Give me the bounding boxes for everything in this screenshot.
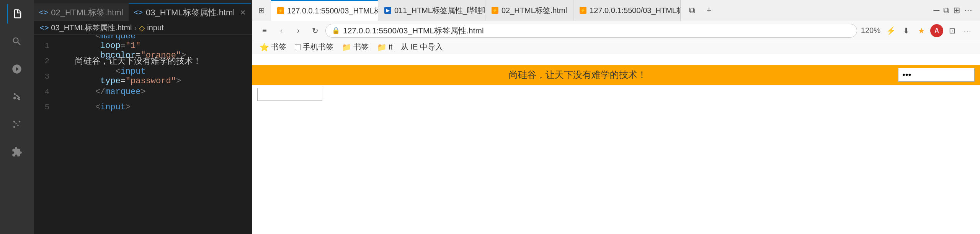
tab-03-html[interactable]: <> 03_HTML标签属性.html ✕: [129, 3, 252, 21]
source-control-icon[interactable]: [7, 87, 27, 107]
bookmark-mobile-label: 手机书签: [303, 42, 333, 52]
bookmark-folder-2-icon: 📁: [377, 43, 387, 52]
debug-icon[interactable]: [7, 59, 27, 79]
line-num-4: 4: [34, 87, 55, 96]
lightning-icon[interactable]: ⚡: [884, 24, 897, 37]
bookmark-import-ie[interactable]: 从 IE 中导入: [399, 41, 445, 53]
bookmark-star-icon: ⭐: [260, 43, 269, 52]
bookmark-ie-label: 从 IE 中导入: [401, 42, 443, 52]
nav-right-icons: ⚡ ⬇ ★ A ⊡ ⋯: [884, 24, 974, 37]
browser-sidebar-icon[interactable]: ⊞: [252, 0, 271, 21]
plain-input[interactable]: [257, 88, 322, 101]
browser-tab-3[interactable]: ⚡ 02_HTML标签.html: [485, 0, 573, 21]
tab-03-icon: <>: [134, 8, 143, 17]
bookmark-folder-2-label: it: [389, 43, 392, 51]
address-url: 127.0.0.1:5500/03_HTML标签属性.html: [343, 25, 484, 36]
browser-nav-bar: ≡ ‹ › ↻ 🔒 127.0.0.1:5500/03_HTML标签属性.htm…: [252, 21, 980, 40]
nav-download-icon[interactable]: ⬇: [900, 24, 913, 37]
line-num-3: 3: [34, 72, 55, 81]
maximize-icon[interactable]: ⧉: [943, 5, 949, 15]
breadcrumb: <> 03_HTML标签属性.html › ◇ input: [34, 21, 252, 35]
breadcrumb-icon: <>: [40, 23, 49, 32]
more-icon[interactable]: ⋯: [964, 5, 972, 15]
nav-chevron-left[interactable]: ≡: [258, 24, 271, 37]
browser-tab-bar: ⊞ ⚡ 127.0.0.1:5500/03_HTML标签… ✕ ▶ 011_HT…: [252, 0, 980, 21]
sidebar: [0, 0, 34, 234]
browser-tab-1-favicon: ⚡: [277, 7, 284, 14]
bookmark-folder-2[interactable]: 📁 it: [375, 42, 395, 53]
tab-02-html[interactable]: <> 02_HTML标签.html: [34, 3, 129, 21]
breadcrumb-section-icon: ◇: [139, 23, 145, 33]
breadcrumb-section: input: [147, 23, 163, 32]
browser-tab-4-favicon: ⚡: [580, 7, 586, 14]
editor-tab-bar: <> 02_HTML标签.html <> 03_HTML标签属性.html ✕: [34, 0, 252, 21]
git-branch-icon[interactable]: [7, 114, 27, 134]
nav-star-icon[interactable]: ★: [915, 24, 928, 37]
bookmark-folder-1-label: 书签: [353, 42, 369, 52]
extensions-icon[interactable]: [7, 142, 27, 162]
bookmark-mobile-checkbox[interactable]: [295, 44, 301, 50]
line-content-5: <input>: [55, 93, 131, 122]
editor-area: <> 02_HTML标签.html <> 03_HTML标签属性.html ✕ …: [34, 0, 252, 234]
browser-tab-3-label: 02_HTML标签.html: [501, 5, 567, 16]
tab-02-icon: <>: [39, 8, 48, 17]
bookmark-bookmarks[interactable]: ⭐ 书签: [257, 41, 289, 53]
minimize-icon[interactable]: ─: [933, 5, 939, 15]
tab-03-close[interactable]: ✕: [240, 8, 246, 17]
marquee-strip: 尚硅谷，让天下没有难学的技术！: [252, 65, 980, 85]
bookmark-mobile[interactable]: 手机书签: [292, 41, 336, 53]
browser-tab-1[interactable]: ⚡ 127.0.0.1:5500/03_HTML标签… ✕: [271, 0, 378, 21]
spacer: [720, 0, 933, 21]
marquee-text: 尚硅谷，让天下没有难学的技术！: [257, 69, 898, 81]
nav-refresh-button[interactable]: ↻: [309, 24, 322, 37]
browser-content: 尚硅谷，让天下没有难学的技术！: [252, 54, 980, 234]
browser-tab-2-label: 011_HTML标签属性_哔哩哔哩_b…: [394, 5, 485, 16]
line-num-2: 2: [34, 57, 55, 66]
browser-tab-actions: ⧉ +: [681, 0, 720, 21]
browser-tab-1-label: 127.0.0.1:5500/03_HTML标签…: [287, 6, 378, 16]
code-line-1: 1 <marquee loop="1" bgcolor="orange">: [34, 38, 252, 53]
tab-03-label: 03_HTML标签属性.html: [146, 7, 235, 18]
nav-forward-button[interactable]: ›: [292, 24, 305, 37]
new-tab-icon[interactable]: +: [702, 3, 716, 17]
address-lock-icon: 🔒: [332, 26, 340, 35]
restore-icon[interactable]: ⧉: [685, 3, 699, 17]
svg-point-0: [13, 121, 15, 123]
browser-tab-4[interactable]: ⚡ 127.0.0.1:5500/03_HTML标签…: [573, 0, 681, 21]
code-editor[interactable]: 1 <marquee loop="1" bgcolor="orange"> 2 …: [34, 35, 252, 234]
bookmarks-bar: ⭐ 书签 手机书签 📁 书签 📁 it 从 IE 中导入: [252, 40, 980, 54]
windows-icon[interactable]: ⊞: [953, 5, 960, 15]
password-input[interactable]: [898, 68, 975, 82]
nav-collections-icon[interactable]: ⊡: [946, 24, 959, 37]
line-num-5: 5: [34, 103, 55, 112]
bookmark-bookmarks-label: 书签: [271, 42, 286, 52]
nav-profile-icon[interactable]: A: [930, 24, 943, 37]
tab-02-label: 02_HTML标签.html: [51, 7, 123, 18]
plain-input-wrapper: [257, 88, 322, 101]
search-icon[interactable]: [7, 31, 27, 51]
line-num-1: 1: [34, 41, 55, 50]
files-icon[interactable]: [7, 4, 27, 24]
svg-point-1: [13, 126, 15, 128]
window-controls: ─ ⧉ ⊞ ⋯: [933, 0, 980, 21]
bookmark-folder-1[interactable]: 📁 书签: [340, 41, 371, 53]
browser-tab-2-favicon: ▶: [384, 7, 391, 14]
nav-back-button[interactable]: ‹: [275, 24, 288, 37]
nav-more-icon[interactable]: ⋯: [961, 24, 974, 37]
breadcrumb-sep: ›: [134, 23, 137, 32]
zoom-indicator: 120%: [861, 26, 880, 35]
svg-point-2: [19, 121, 21, 123]
browser-tab-4-label: 127.0.0.1:5500/03_HTML标签…: [590, 5, 681, 16]
browser-tab-2[interactable]: ▶ 011_HTML标签属性_哔哩哔哩_b…: [378, 0, 485, 21]
browser-tab-3-favicon: ⚡: [492, 7, 498, 14]
bookmark-folder-1-icon: 📁: [342, 43, 351, 52]
breadcrumb-file: 03_HTML标签属性.html: [51, 23, 132, 33]
browser-area: ⊞ ⚡ 127.0.0.1:5500/03_HTML标签… ✕ ▶ 011_HT…: [252, 0, 980, 234]
address-bar[interactable]: 🔒 127.0.0.1:5500/03_HTML标签属性.html: [325, 24, 857, 38]
